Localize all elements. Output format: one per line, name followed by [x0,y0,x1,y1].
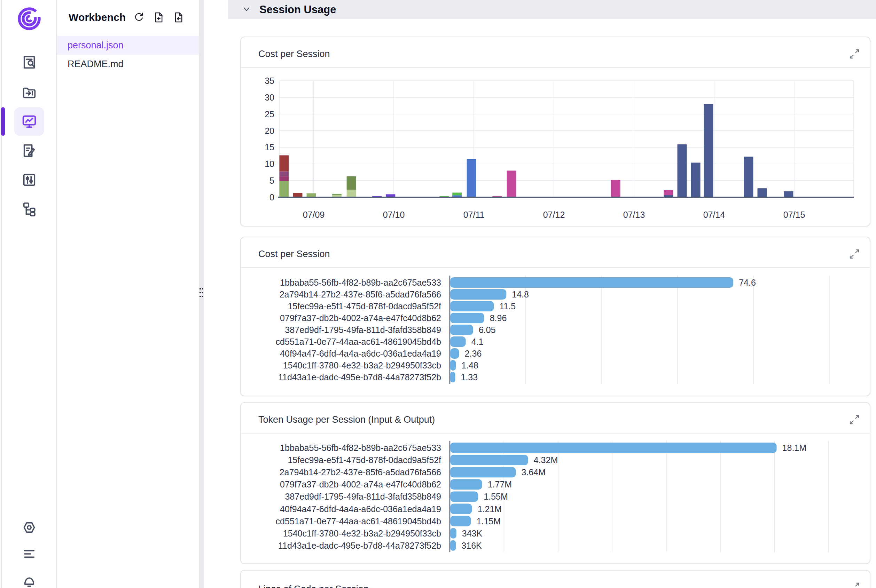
svg-text:387ed9df-1795-49fa-811d-3fafd3: 387ed9df-1795-49fa-811d-3fafd358b849 [285,492,441,501]
svg-text:1.33: 1.33 [461,372,478,382]
stacked-bar-chart-canvas: 0510152025303507/0907/1007/1107/1207/130… [241,68,868,225]
svg-text:40f94a47-6dfd-4a4a-a6dc-036a1e: 40f94a47-6dfd-4a4a-a6dc-036a1eda4a19 [280,349,441,358]
svg-text:5: 5 [269,176,274,186]
svg-text:14.8: 14.8 [512,290,529,299]
svg-text:07/15: 07/15 [783,210,805,219]
sidebar-item-tree-hierarchy tree-hierarchy-icon[interactable] [14,195,44,224]
panel-resizer[interactable] [199,0,204,588]
svg-text:079f7a37-db2b-4002-a74a-e47fc4: 079f7a37-db2b-4002-a74a-e47fc40d8b62 [280,313,441,323]
new-file-button new-file-icon[interactable] [152,10,166,24]
sidebar-item-settings-gear settings-gear-icon[interactable] [14,513,44,542]
svg-text:343K: 343K [462,528,482,538]
svg-text:74.6: 74.6 [739,278,756,287]
svg-text:15fec99a-e5f1-475d-878f-0dacd9: 15fec99a-e5f1-475d-878f-0dacd9a5f52f [288,301,441,311]
import-file-button import-file-icon[interactable] [172,10,186,24]
svg-text:1.15M: 1.15M [477,516,501,526]
svg-text:11d43a1e-dadc-495e-b7d8-44a782: 11d43a1e-dadc-495e-b7d8-44a78273f52b [278,541,441,550]
card-title: Cost per Session [258,249,330,260]
svg-text:079f7a37-db2b-4002-a74a-e47fc4: 079f7a37-db2b-4002-a74a-e47fc40d8b62 [280,480,441,489]
app-logo spiral-g-logo [17,7,41,31]
svg-text:30: 30 [264,93,274,102]
horizontal-bar-chart-canvas: 1bbaba55-56fb-4f82-b89b-aa2c675ae53318.1… [241,432,868,561]
svg-text:0: 0 [269,192,274,202]
card-header: Lines of Code per Session [241,571,870,588]
svg-text:07/14: 07/14 [703,210,725,219]
drag-handle-icon[interactable] [200,288,203,301]
svg-text:1540c1ff-3780-4e32-b3a2-b29495: 1540c1ff-3780-4e32-b3a2-b294950f33cb [283,360,441,370]
svg-text:1.48: 1.48 [461,360,478,370]
svg-text:25: 25 [264,109,274,119]
sidebar-item-file-edit file-edit-icon[interactable] [14,136,44,165]
sidebar-item-monitor-chart monitor-chart-icon[interactable] [14,107,44,136]
file-item-README.md[interactable]: README.md [57,55,199,74]
svg-text:18.1M: 18.1M [782,443,806,453]
svg-text:1.55M: 1.55M [484,492,508,501]
svg-text:07/11: 07/11 [463,210,485,219]
card-cost-per-session-time: Cost per Session 0510152025303507/0907/1… [240,36,870,226]
workbench-header: Workbench [57,8,199,27]
sidebar-item-folder-import folder-import-icon[interactable] [14,78,44,106]
section-title: Session Usage [259,3,337,16]
file-item-personal.json[interactable]: personal.json [57,36,199,55]
svg-text:40f94a47-6dfd-4a4a-a6dc-036a1e: 40f94a47-6dfd-4a4a-a6dc-036a1eda4a19 [280,504,441,514]
svg-text:1540c1ff-3780-4e32-b3a2-b29495: 1540c1ff-3780-4e32-b3a2-b294950f33cb [283,528,441,538]
svg-text:6.05: 6.05 [479,325,496,335]
svg-text:07/10: 07/10 [383,210,405,219]
svg-text:cd551a71-0e77-44aa-ac61-486190: cd551a71-0e77-44aa-ac61-48619045bd4b [276,516,441,526]
sidebar-item-menu-lines menu-lines-icon[interactable] [14,540,44,568]
file-name: personal.json [68,40,123,51]
svg-text:20: 20 [264,126,274,136]
expand-icon expand-chart-button[interactable] [848,48,861,60]
svg-text:316K: 316K [461,541,482,550]
svg-text:07/12: 07/12 [543,210,565,219]
card-title: Cost per Session [258,49,330,60]
card-cost-per-session-ranked: Cost per Session 1bbaba55-56fb-4f82-b89b… [240,237,870,396]
icon-sidebar [2,0,57,588]
svg-text:07/13: 07/13 [623,210,645,219]
card-lines-of-code-per-session: Lines of Code per Session [240,570,870,588]
svg-text:15fec99a-e5f1-475d-878f-0dacd9: 15fec99a-e5f1-475d-878f-0dacd9a5f52f [288,455,441,465]
svg-text:2.36: 2.36 [465,349,482,358]
card-token-usage-per-session: Token Usage per Session (Input & Output)… [240,402,870,564]
svg-text:2a794b14-27b2-437e-85f6-a5dad7: 2a794b14-27b2-437e-85f6-a5dad76fa566 [279,290,441,299]
expand-icon expand-chart-button[interactable] [848,414,861,426]
svg-text:11d43a1e-dadc-495e-b7d8-44a782: 11d43a1e-dadc-495e-b7d8-44a78273f52b [278,372,441,382]
section-header: Session Usage [228,0,876,19]
svg-text:15: 15 [264,142,274,152]
svg-text:35: 35 [264,76,274,86]
card-title: Lines of Code per Session [258,584,369,588]
svg-text:1.77M: 1.77M [488,480,512,489]
workbench-title: Workbench [69,12,126,23]
expand-icon expand-chart-button[interactable] [848,581,861,588]
refresh-button refresh-icon[interactable] [132,10,146,24]
expand-icon expand-chart-button[interactable] [848,248,861,261]
svg-text:4.32M: 4.32M [534,455,558,465]
svg-text:cd551a71-0e77-44aa-ac61-486190: cd551a71-0e77-44aa-ac61-48619045bd4b [276,337,441,346]
svg-text:2a794b14-27b2-437e-85f6-a5dad7: 2a794b14-27b2-437e-85f6-a5dad76fa566 [279,467,441,477]
sidebar-item-notifications-bell notifications-bell-icon[interactable] [14,566,44,588]
svg-text:1bbaba55-56fb-4f82-b89b-aa2c67: 1bbaba55-56fb-4f82-b89b-aa2c675ae533 [280,278,441,287]
workbench-panel: Workbench personal.jsonREADME.md [57,0,199,588]
svg-text:8.96: 8.96 [490,313,507,323]
sidebar-item-sliders-panel sliders-panel-icon[interactable] [14,166,44,194]
sidebar-item-file-search file-search-icon[interactable] [14,48,44,76]
svg-text:4.1: 4.1 [472,337,484,346]
card-title: Token Usage per Session (Input & Output) [258,414,435,425]
active-item-indicator [1,107,5,136]
svg-text:1.21M: 1.21M [478,504,502,514]
file-name: README.md [68,59,123,70]
card-header: Cost per Session [241,237,870,268]
svg-text:3.64M: 3.64M [521,467,545,477]
svg-text:11.5: 11.5 [499,301,515,311]
horizontal-bar-chart-canvas: 1bbaba55-56fb-4f82-b89b-aa2c675ae53374.6… [241,267,868,394]
svg-text:1bbaba55-56fb-4f82-b89b-aa2c67: 1bbaba55-56fb-4f82-b89b-aa2c675ae533 [280,443,441,453]
card-header: Token Usage per Session (Input & Output) [241,403,870,434]
chevron-down-icon collapse-section-button[interactable] [241,4,252,15]
svg-text:07/09: 07/09 [303,210,325,219]
svg-text:387ed9df-1795-49fa-811d-3fafd3: 387ed9df-1795-49fa-811d-3fafd358b849 [285,325,441,335]
card-header: Cost per Session [241,37,870,68]
main-content: Session Usage Cost per Session 051015202… [204,0,876,588]
svg-text:10: 10 [264,159,274,169]
